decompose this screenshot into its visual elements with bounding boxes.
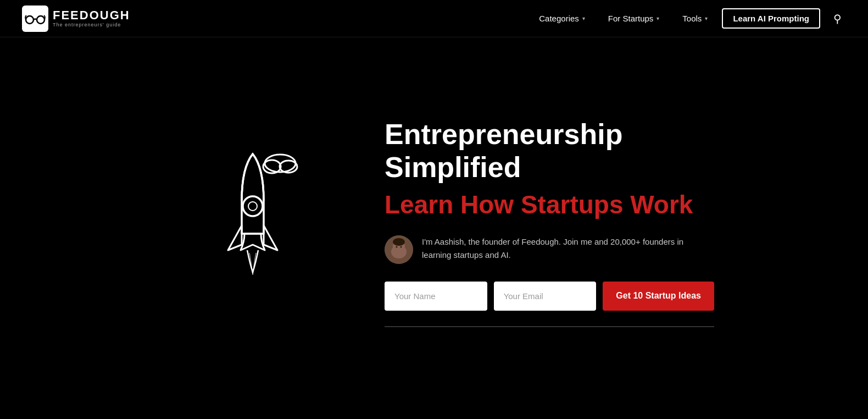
logo-text-block: FEEDOUGH The entrepreneurs' guide [53,9,130,27]
avatar [385,235,413,264]
logo-icon [22,5,48,32]
search-icon[interactable]: ⚲ [829,8,846,30]
hero-content: Entrepreneurship Simplified Learn How St… [385,118,714,327]
nav-categories[interactable]: Categories ▾ [530,9,594,27]
navbar: FEEDOUGH The entrepreneurs' guide Catego… [0,0,868,37]
svg-point-12 [396,246,398,247]
svg-point-13 [400,246,402,247]
chevron-down-icon: ▾ [705,15,708,21]
hero-illustration [154,135,352,311]
hero-author: I'm Aashish, the founder of Feedough. Jo… [385,235,714,264]
hero-subtitle: Learn How Startups Work [385,190,714,220]
nav-for-startups[interactable]: For Startups ▾ [599,9,669,27]
logo-tagline: The entrepreneurs' guide [53,23,130,28]
svg-point-7 [248,202,257,211]
hero-divider [385,326,714,327]
nav-links: Categories ▾ For Startups ▾ Tools ▾ Lear… [530,8,846,30]
hero-title: Entrepreneurship Simplified [385,118,714,184]
logo-name: FEEDOUGH [53,9,130,22]
chevron-down-icon: ▾ [656,15,659,21]
logo[interactable]: FEEDOUGH The entrepreneurs' guide [22,5,130,32]
author-bio: I'm Aashish, the founder of Feedough. Jo… [422,235,686,262]
author-avatar-image [385,235,413,264]
nav-tools[interactable]: Tools ▾ [674,9,716,27]
hero-form: Get 10 Startup Ideas [385,282,714,311]
learn-ai-prompting-button[interactable]: Learn AI Prompting [722,8,820,29]
svg-point-11 [393,238,405,246]
name-input[interactable] [385,282,487,311]
hero-section: Entrepreneurship Simplified Learn How St… [0,0,868,419]
chevron-down-icon: ▾ [582,15,585,21]
rocket-icon [192,135,313,311]
email-input[interactable] [494,282,597,311]
get-startup-ideas-button[interactable]: Get 10 Startup Ideas [603,282,714,311]
hero-inner: Entrepreneurship Simplified Learn How St… [49,85,819,371]
svg-point-6 [243,196,263,216]
